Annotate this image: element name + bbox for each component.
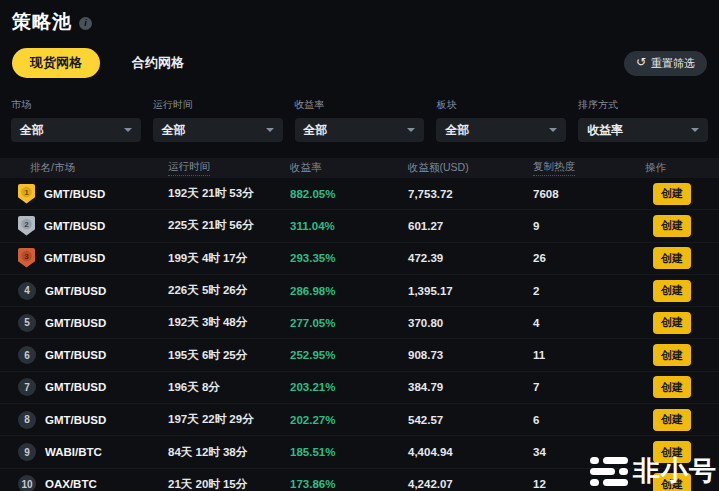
chevron-down-icon	[549, 128, 557, 132]
create-button[interactable]: 创建	[653, 247, 691, 269]
table-body: 1 GMT/BUSD 192天 21时 53分 882.05% 7,753.72…	[0, 178, 719, 491]
create-button[interactable]: 创建	[653, 409, 691, 431]
copies-cell: 12	[533, 478, 645, 490]
strategy-pool-page: 策略池 i 现货网格合约网格 ↺ 重置筛选 市场 全部 运行时间 全部 收益率 …	[0, 0, 719, 491]
table-row: 7 GMT/BUSD 196天 8分 203.21% 384.79 7 创建	[0, 372, 719, 404]
rank-pair-cell: 2 GMT/BUSD	[18, 216, 168, 236]
filter-1: 运行时间 全部	[153, 98, 283, 142]
rank-badge: 7	[18, 378, 36, 396]
runtime-cell: 21天 20时 15分	[168, 477, 290, 491]
profit-cell: 4,404.94	[408, 446, 533, 458]
rank-badge: 6	[18, 346, 36, 364]
rank-pair-cell: 6 GMT/BUSD	[18, 346, 168, 364]
rank-pair-cell: 8 GMT/BUSD	[18, 411, 168, 429]
profit-cell: 4,242.07	[408, 478, 533, 490]
tab-0[interactable]: 现货网格	[12, 48, 100, 78]
svg-text:3: 3	[24, 252, 29, 261]
action-cell: 创建	[645, 473, 701, 491]
page-title: 策略池	[12, 9, 72, 35]
create-button[interactable]: 创建	[653, 473, 691, 491]
rank-pair-cell: 10 OAX/BTC	[18, 475, 168, 491]
strategy-table: 排名/市场运行时间收益率收益额(USD)复制热度操作 1 GMT/BUSD 19…	[0, 158, 719, 491]
rank-pair-cell: 4 GMT/BUSD	[18, 282, 168, 300]
market-pair: GMT/BUSD	[45, 285, 106, 297]
table-row: 3 GMT/BUSD 199天 4时 17分 293.35% 472.39 26…	[0, 243, 719, 275]
copies-cell: 11	[533, 349, 645, 361]
create-button[interactable]: 创建	[653, 215, 691, 237]
column-header: 运行时间	[168, 160, 290, 176]
filter-dropdown[interactable]: 全部	[295, 118, 425, 142]
filter-2: 收益率 全部	[295, 98, 425, 142]
rank-pair-cell: 9 WABI/BTC	[18, 443, 168, 461]
create-button[interactable]: 创建	[653, 344, 691, 366]
roi-cell: 202.27%	[290, 414, 408, 426]
runtime-cell: 197天 22时 29分	[168, 412, 290, 427]
copies-cell: 7608	[533, 188, 645, 200]
profit-cell: 908.73	[408, 349, 533, 361]
table-row: 2 GMT/BUSD 225天 21时 56分 311.04% 601.27 9…	[0, 210, 719, 242]
filter-label: 运行时间	[153, 98, 283, 112]
action-cell: 创建	[645, 344, 701, 366]
table-row: 10 OAX/BTC 21天 20时 15分 173.86% 4,242.07 …	[0, 469, 719, 491]
filter-label: 收益率	[295, 98, 425, 112]
reset-filters-button[interactable]: ↺ 重置筛选	[624, 51, 707, 76]
copies-cell: 26	[533, 252, 645, 264]
column-header: 收益额(USD)	[408, 161, 533, 175]
chevron-down-icon	[691, 128, 699, 132]
rank-badge: 4	[18, 282, 36, 300]
action-cell: 创建	[645, 247, 701, 269]
filter-label: 排序方式	[578, 98, 708, 112]
rank-badge: 3	[18, 248, 35, 268]
column-header: 收益率	[290, 161, 408, 175]
table-row: 1 GMT/BUSD 192天 21时 53分 882.05% 7,753.72…	[0, 178, 719, 210]
roi-cell: 203.21%	[290, 381, 408, 393]
info-icon[interactable]: i	[79, 17, 92, 30]
filter-value: 全部	[304, 122, 328, 139]
profit-cell: 601.27	[408, 220, 533, 232]
table-row: 5 GMT/BUSD 192天 3时 48分 277.05% 370.80 4 …	[0, 307, 719, 339]
tab-1[interactable]: 合约网格	[114, 48, 202, 78]
create-button[interactable]: 创建	[653, 376, 691, 398]
svg-text:2: 2	[24, 220, 29, 229]
create-button[interactable]: 创建	[653, 441, 691, 463]
market-pair: WABI/BTC	[45, 446, 102, 458]
table-row: 4 GMT/BUSD 226天 5时 26分 286.98% 1,395.17 …	[0, 275, 719, 307]
copies-cell: 34	[533, 446, 645, 458]
runtime-cell: 192天 3时 48分	[168, 315, 290, 330]
market-pair: GMT/BUSD	[45, 414, 106, 426]
column-header: 操作	[645, 161, 701, 175]
medal-silver-icon: 2	[18, 216, 35, 236]
market-pair: GMT/BUSD	[45, 317, 106, 329]
profit-cell: 472.39	[408, 252, 533, 264]
market-pair: GMT/BUSD	[44, 188, 105, 200]
tabs: 现货网格合约网格	[12, 48, 202, 78]
runtime-cell: 84天 12时 38分	[168, 445, 290, 460]
roi-cell: 293.35%	[290, 252, 408, 264]
rank-badge: 10	[18, 475, 36, 491]
create-button[interactable]: 创建	[653, 183, 691, 205]
table-row: 8 GMT/BUSD 197天 22时 29分 202.27% 542.57 6…	[0, 404, 719, 436]
filter-label: 板块	[436, 98, 566, 112]
create-button[interactable]: 创建	[653, 312, 691, 334]
action-cell: 创建	[645, 441, 701, 463]
filter-3: 板块 全部	[436, 98, 566, 142]
runtime-cell: 195天 6时 25分	[168, 348, 290, 363]
create-button[interactable]: 创建	[653, 280, 691, 302]
column-header: 复制热度	[533, 160, 645, 176]
filter-dropdown[interactable]: 全部	[153, 118, 283, 142]
roi-cell: 882.05%	[290, 188, 408, 200]
filter-dropdown[interactable]: 收益率	[578, 118, 708, 142]
roi-cell: 185.51%	[290, 446, 408, 458]
filter-dropdown[interactable]: 全部	[11, 118, 141, 142]
rank-pair-cell: 5 GMT/BUSD	[18, 314, 168, 332]
market-pair: OAX/BTC	[45, 478, 97, 490]
copies-cell: 6	[533, 414, 645, 426]
market-pair: GMT/BUSD	[45, 349, 106, 361]
table-row: 9 WABI/BTC 84天 12时 38分 185.51% 4,404.94 …	[0, 436, 719, 468]
market-pair: GMT/BUSD	[44, 220, 105, 232]
filter-value: 收益率	[587, 122, 623, 139]
filter-dropdown[interactable]: 全部	[436, 118, 566, 142]
action-cell: 创建	[645, 280, 701, 302]
chevron-down-icon	[266, 128, 274, 132]
market-pair: GMT/BUSD	[45, 381, 106, 393]
